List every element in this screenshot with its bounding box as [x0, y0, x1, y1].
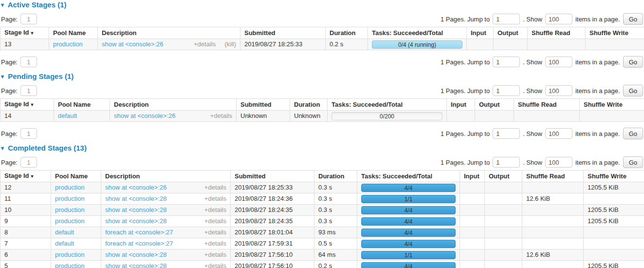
stage-description-link[interactable]: show at <console>:26: [102, 41, 163, 48]
items-per-page-input[interactable]: [545, 128, 572, 139]
items-per-page-text: items in a page.: [575, 58, 620, 66]
go-button[interactable]: Go: [623, 13, 643, 25]
column-header-shuffle-write[interactable]: Shuffle Write: [580, 99, 644, 111]
table-row: 10productionshow at <console>:28+details…: [0, 205, 644, 216]
pool-name-link[interactable]: production: [55, 184, 85, 191]
column-header-submitted[interactable]: Submitted: [237, 99, 290, 111]
pool-name-cell: production: [51, 261, 101, 268]
page-number-input[interactable]: [20, 85, 37, 96]
column-header-description[interactable]: Description: [98, 27, 240, 39]
column-header-shuffle-read[interactable]: Shuffle Read: [514, 99, 580, 111]
details-toggle[interactable]: +details: [204, 263, 226, 268]
stage-id-cell: 12: [0, 182, 51, 193]
completed-stages-header[interactable]: ▾ Completed Stages (13): [1, 144, 644, 152]
column-header-input[interactable]: Input: [460, 171, 485, 182]
column-header-stage-id[interactable]: Stage Id▾: [0, 27, 49, 39]
column-header-tasks-succeeded-total[interactable]: Tasks: Succeeded/Total: [368, 27, 467, 39]
column-header-pool-name[interactable]: Pool Name: [54, 99, 110, 111]
column-header-input[interactable]: Input: [467, 27, 494, 39]
input-cell: [460, 193, 485, 205]
items-per-page-input[interactable]: [545, 14, 572, 24]
column-header-output[interactable]: Output: [475, 99, 514, 111]
jump-to-page-input[interactable]: [493, 14, 520, 24]
details-toggle[interactable]: +details: [204, 207, 226, 213]
details-toggle[interactable]: +details: [204, 229, 226, 236]
stage-description-link[interactable]: show at <console>:28: [105, 263, 166, 268]
details-toggle[interactable]: +details: [204, 251, 226, 258]
page-label: Page:: [1, 130, 18, 137]
jump-to-page-input[interactable]: [493, 57, 520, 67]
stage-description-link[interactable]: show at <console>:26: [114, 113, 175, 119]
pool-name-link[interactable]: production: [55, 206, 85, 213]
pool-name-link[interactable]: production: [55, 217, 85, 225]
details-toggle[interactable]: +details: [204, 218, 226, 225]
page-number-input[interactable]: [20, 157, 37, 168]
page-number-input[interactable]: [20, 128, 37, 139]
details-toggle[interactable]: +details: [204, 240, 226, 247]
description-cell: show at <console>:26+details: [110, 111, 237, 122]
go-button[interactable]: Go: [623, 56, 643, 68]
pool-name-link[interactable]: production: [55, 195, 85, 202]
column-header-tasks-succeeded-total[interactable]: Tasks: Succeeded/Total: [357, 171, 460, 182]
column-header-tasks-succeeded-total[interactable]: Tasks: Succeeded/Total: [328, 99, 447, 111]
column-header-duration[interactable]: Duration: [314, 171, 357, 182]
column-header-shuffle-read[interactable]: Shuffle Read: [528, 27, 586, 39]
column-header-duration[interactable]: Duration: [326, 27, 368, 39]
column-header-shuffle-write[interactable]: Shuffle Write: [586, 27, 644, 39]
pool-name-link[interactable]: production: [53, 40, 83, 48]
column-header-shuffle-read[interactable]: Shuffle Read: [522, 171, 584, 182]
pending-stages-header[interactable]: ▾ Pending Stages (1): [1, 72, 644, 80]
column-header-stage-id[interactable]: Stage Id▾: [0, 99, 54, 111]
jump-to-page-input[interactable]: [493, 85, 520, 96]
stage-description-link[interactable]: foreach at <console>:27: [105, 240, 173, 247]
column-header-stage-id[interactable]: Stage Id▾: [0, 171, 51, 182]
column-header-pool-name[interactable]: Pool Name: [49, 27, 98, 39]
items-per-page-input[interactable]: [545, 85, 572, 96]
kill-link[interactable]: (kill): [224, 41, 236, 48]
stage-description-link[interactable]: show at <console>:28: [105, 195, 166, 202]
stage-description-link[interactable]: show at <console>:28: [105, 207, 166, 213]
page-label: Page:: [1, 159, 18, 166]
pool-name-cell: default: [51, 227, 101, 238]
pool-name-link[interactable]: default: [55, 229, 74, 236]
items-per-page-input[interactable]: [545, 157, 572, 168]
column-header-description[interactable]: Description: [110, 99, 237, 111]
shuffle-write-cell: [584, 193, 644, 205]
pool-name-link[interactable]: default: [58, 112, 77, 119]
items-per-page-input[interactable]: [545, 57, 572, 67]
page-number-input[interactable]: [20, 57, 37, 67]
go-button[interactable]: Go: [623, 128, 643, 139]
collapse-arrow-icon: ▾: [1, 145, 4, 152]
go-button[interactable]: Go: [623, 156, 643, 168]
stage-description-link[interactable]: show at <console>:28: [105, 251, 166, 258]
details-toggle[interactable]: +details: [204, 195, 226, 202]
column-header-shuffle-write[interactable]: Shuffle Write: [584, 171, 644, 182]
stage-description-link[interactable]: foreach at <console>:27: [105, 229, 173, 236]
jump-to-page-input[interactable]: [493, 128, 520, 139]
column-header-submitted[interactable]: Submitted: [231, 171, 314, 182]
pool-name-link[interactable]: default: [55, 240, 74, 247]
jump-to-page-input[interactable]: [493, 157, 520, 168]
details-toggle[interactable]: +details: [194, 41, 216, 48]
column-header-submitted[interactable]: Submitted: [240, 27, 326, 39]
tasks-cell: 4/4: [357, 261, 460, 268]
column-header-description[interactable]: Description: [101, 171, 231, 182]
column-header-output[interactable]: Output: [485, 171, 522, 182]
column-header-pool-name[interactable]: Pool Name: [51, 171, 101, 182]
go-button[interactable]: Go: [623, 85, 643, 96]
details-toggle[interactable]: +details: [210, 113, 232, 119]
shuffle-write-cell: [580, 111, 644, 122]
progress-label: 1/1: [362, 251, 455, 259]
column-header-duration[interactable]: Duration: [290, 99, 328, 111]
pool-name-link[interactable]: production: [55, 262, 85, 268]
active-stages-header[interactable]: ▾ Active Stages (1): [1, 0, 644, 9]
pager-right: 1 Pages. Jump to . Show items in a page.…: [441, 13, 643, 25]
details-toggle[interactable]: +details: [204, 184, 226, 191]
column-header-input[interactable]: Input: [447, 99, 475, 111]
pool-name-link[interactable]: production: [55, 251, 85, 258]
stage-description-link[interactable]: show at <console>:28: [105, 218, 166, 225]
page-number-input[interactable]: [20, 14, 37, 24]
table-row: 8defaultforeach at <console>:27+details2…: [0, 227, 644, 238]
stage-description-link[interactable]: show at <console>:26: [105, 184, 166, 191]
column-header-output[interactable]: Output: [494, 27, 528, 39]
